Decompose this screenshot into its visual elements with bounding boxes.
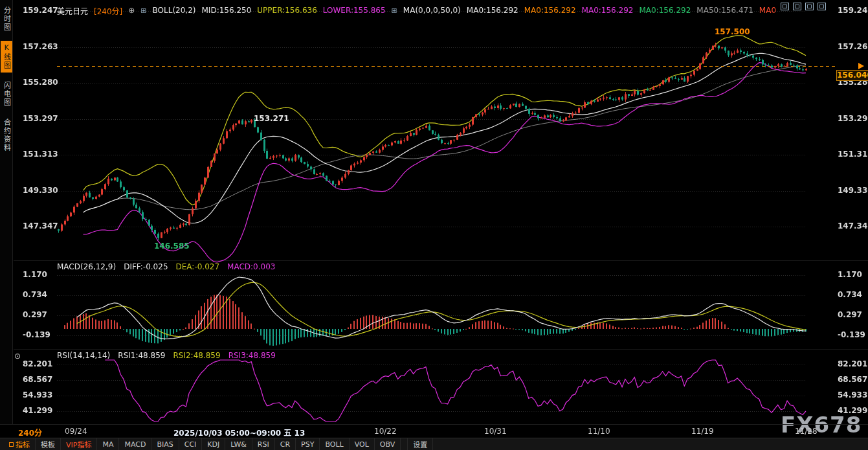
- timeline-tick[interactable]: 11/28: [795, 427, 818, 436]
- boll-label[interactable]: BOLL(20,2): [153, 6, 196, 15]
- ma-value-0: MA0:156.292: [467, 6, 518, 15]
- macd-axis-label-left: 0.297: [23, 310, 47, 319]
- price-axis-label-left: 159.247: [23, 6, 58, 15]
- toolbar-item-lwr[interactable]: LW&: [225, 438, 252, 450]
- toolbar-item-label: 模板: [41, 439, 55, 449]
- toolbar-item-settings[interactable]: 设置: [407, 438, 433, 450]
- timeline-tick-highlighted[interactable]: 2025/10/03 05:00~09:00 五 13: [173, 427, 305, 438]
- window-controls: [781, 3, 826, 10]
- sidebar: 分时图 K线图 闪电图 合约资料: [0, 0, 13, 424]
- timeline-tick[interactable]: 11/10: [588, 427, 610, 436]
- timeline-tick[interactable]: 09/24: [65, 427, 87, 436]
- boll-lower-value: LOWER:155.865: [323, 6, 386, 15]
- macd-diff-value: DIFF:-0.025: [124, 262, 168, 271]
- rsi3-value: RSI3:48.859: [228, 351, 276, 360]
- link-icon[interactable]: ⊕: [128, 6, 135, 15]
- timeline-tick[interactable]: 11/19: [691, 427, 714, 436]
- toolbar-item-label: 指标: [16, 439, 30, 449]
- toolbar-item-bias[interactable]: BIAS: [151, 438, 179, 450]
- price-axis-label-left: 147.347: [23, 221, 58, 231]
- macd-value: MACD:0.003: [227, 262, 275, 271]
- macd-dea-value: DEA:-0.027: [176, 262, 220, 271]
- rsi-axis-label-left: 41.299: [23, 406, 52, 415]
- rsi1-value: RSI1:48.859: [118, 351, 165, 360]
- toolbar-item-macd[interactable]: MACD: [119, 438, 151, 450]
- boll-upper-value: UPPER:156.636: [257, 6, 317, 15]
- toolbar-item-label: BIAS: [157, 440, 173, 449]
- toolbar-item-template[interactable]: 模板: [36, 438, 61, 450]
- sidebar-tab-time-chart[interactable]: 分时图: [1, 4, 12, 34]
- toolbar-item-label: PSY: [301, 440, 314, 449]
- rsi-axis-label-right: 82.201: [838, 359, 867, 368]
- timeline-period-label[interactable]: 240分: [18, 427, 42, 438]
- macd-axis-label-left: 1.170: [23, 270, 47, 279]
- macd-axis-label-left: -0.139: [23, 330, 50, 339]
- price-chart-canvas[interactable]: [0, 0, 868, 450]
- trading-app: 分时图 K线图 闪电图 合约资料 美元日元 [240分] ⊕ ⊞ BOLL(20…: [0, 0, 868, 450]
- toolbar-item-obv[interactable]: OBV: [375, 438, 401, 450]
- ma-value-1: MA0:156.292: [524, 6, 576, 15]
- toolbar-item-cci[interactable]: CCI: [179, 438, 203, 450]
- price-axis-label-left: 155.280: [23, 78, 58, 87]
- ma-visibility-icon[interactable]: ⊞: [392, 6, 397, 15]
- toolbar-item-label: 设置: [413, 439, 427, 449]
- toolbar-item-boll[interactable]: BOLL: [320, 438, 349, 450]
- price-axis-label-left: 151.313: [23, 150, 58, 159]
- price-axis-label-left: 157.263: [23, 42, 58, 51]
- sidebar-tab-contract-info[interactable]: 合约资料: [1, 116, 12, 155]
- price-arrow-icon: [858, 63, 864, 69]
- toolbar-item-rsi[interactable]: RSI: [252, 438, 275, 450]
- macd-label[interactable]: MACD(26,12,9): [57, 262, 116, 271]
- timeline-tick[interactable]: 10/31: [484, 427, 507, 436]
- toolbar-item-ma[interactable]: MA: [97, 438, 119, 450]
- rsi-axis-label-left: 54.933: [23, 390, 52, 399]
- ma-value-4: MA50:156.471: [696, 6, 753, 15]
- rsi-label[interactable]: RSI(14,14,14): [57, 351, 110, 360]
- layout-split-vertical-icon[interactable]: [805, 3, 814, 10]
- indicator-header: 美元日元 [240分] ⊕ ⊞ BOLL(20,2) MID:156.250 U…: [57, 5, 777, 16]
- macd-axis-label-right: 0.297: [838, 310, 862, 319]
- ma-label[interactable]: MA(0,0,0,50,0): [403, 6, 461, 15]
- price-axis-label-right: 159.247: [838, 6, 868, 15]
- toolbar-item-label: VOL: [355, 440, 369, 449]
- sidebar-tab-lightning-chart[interactable]: 闪电图: [1, 79, 12, 109]
- price-axis-label-right: 149.330: [838, 186, 868, 195]
- price-axis-label-right: 153.297: [838, 114, 868, 123]
- toolbar-item-vol[interactable]: VOL: [350, 438, 375, 450]
- layout-grid-icon[interactable]: [818, 3, 826, 10]
- panel-collapse-icon[interactable]: ⊙: [14, 352, 21, 361]
- timeline-tick[interactable]: 10/22: [374, 427, 397, 436]
- rsi-header: RSI(14,14,14) RSI1:48.859 RSI2:48.859 RS…: [57, 351, 276, 360]
- bottom-toolbar: 指标模板VIP指标MAMACDBIASCCIKDJLW&RSICRPSYBOLL…: [0, 438, 868, 450]
- toolbar-item-label: RSI: [258, 440, 269, 449]
- boll-visibility-icon[interactable]: ⊞: [140, 6, 146, 15]
- macd-axis-label-right: 0.734: [838, 290, 862, 299]
- ma-value-5: MA0:1: [759, 6, 777, 15]
- toolbar-item-psy[interactable]: PSY: [296, 438, 320, 450]
- layout-split-horizontal-icon[interactable]: [793, 3, 801, 10]
- toolbar-item-label: CCI: [184, 440, 197, 449]
- toolbar-item-label: OBV: [380, 440, 395, 449]
- toolbar-item-label: CR: [280, 440, 290, 449]
- swing-high-label: 157.500: [715, 27, 750, 36]
- sidebar-tab-kline-chart[interactable]: K线图: [1, 41, 12, 73]
- ma-value-3: MA0:156.292: [639, 6, 691, 15]
- macd-axis-label-right: 1.170: [838, 270, 862, 279]
- toolbar-item-vip-indicator[interactable]: VIP指标: [61, 438, 97, 450]
- timeline: 240分 09/242025/10/03 05:00~09:00 五 1310/…: [0, 424, 868, 438]
- toolbar-item-label: KDJ: [207, 440, 219, 449]
- rsi-axis-label-right: 54.933: [838, 390, 867, 399]
- price-axis-label-right: 147.347: [838, 221, 868, 231]
- toolbar-item-kdj[interactable]: KDJ: [202, 438, 225, 450]
- price-axis-label-left: 149.330: [23, 186, 58, 195]
- macd-axis-label-left: 0.734: [23, 290, 47, 299]
- toolbar-item-cr[interactable]: CR: [275, 438, 296, 450]
- price-axis-label-right: 157.263: [838, 42, 868, 51]
- swing-low-label: 146.585: [154, 242, 190, 251]
- symbol-name: 美元日元: [57, 5, 88, 16]
- last-price-badge: 156.046: [836, 70, 868, 81]
- rsi-axis-label-right: 68.567: [838, 375, 867, 384]
- period-label[interactable]: [240分]: [94, 5, 122, 16]
- toolbar-item-indicator[interactable]: 指标: [4, 438, 36, 450]
- layout-single-icon[interactable]: [781, 3, 789, 10]
